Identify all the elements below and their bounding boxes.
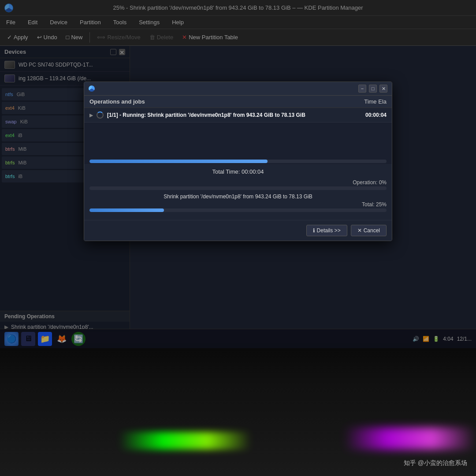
info-icon: ℹ	[313, 227, 315, 234]
dialog-controls: − □ ✕	[358, 85, 387, 93]
green-glow	[119, 432, 251, 450]
ops-time-elapsed: 00:00:04	[365, 112, 387, 118]
running-op-row: ▶ [1/1] - Running: Shrink partition '/de…	[84, 108, 392, 123]
total-progress-container: Total: 25%	[89, 201, 387, 212]
dialog-close-button[interactable]: ✕	[379, 85, 387, 93]
dialog-overlay: − □ ✕ Operations and jobs Time Ela ▶ [1/…	[0, 0, 476, 348]
dialog-titlebar: − □ ✕	[84, 82, 392, 96]
dialog-minimize-button[interactable]: −	[358, 85, 366, 93]
cancel-button[interactable]: ✕ Cancel	[351, 225, 387, 236]
total-progress-track	[89, 208, 387, 212]
expand-icon: ▶	[89, 112, 93, 118]
total-progress-label: Total: 25%	[89, 201, 387, 208]
total-time-label: Total Time: 00:00:04	[89, 168, 387, 175]
ops-header: Operations and jobs Time Ela	[84, 96, 392, 108]
progress-section: Total Time: 00:00:04 Operation: 0% Shrin…	[84, 164, 392, 220]
operation-progress-container: Operation: 0%	[89, 179, 387, 190]
ops-spinner	[97, 112, 104, 119]
overall-progress-track	[89, 160, 387, 163]
dialog-kde-icon	[89, 86, 95, 92]
ops-empty-area	[84, 123, 392, 158]
purple-glow	[344, 428, 476, 450]
ops-row-left: ▶ [1/1] - Running: Shrink partition '/de…	[89, 112, 305, 119]
watermark: 知乎 @小蛮的治愈系场	[404, 459, 467, 467]
overall-progress-fill	[89, 160, 268, 163]
operation-progress-label: Operation: 0%	[89, 179, 387, 186]
cancel-icon: ✕	[357, 227, 362, 234]
total-progress-fill	[89, 208, 164, 212]
screen-area: 25% - Shrink partition '/dev/nvme0n1p8' …	[0, 0, 476, 348]
details-button[interactable]: ℹ Details >>	[306, 225, 347, 236]
dialog-buttons: ℹ Details >> ✕ Cancel	[84, 220, 392, 241]
running-op-text: [1/1] - Running: Shrink partition '/dev/…	[107, 112, 305, 118]
operation-label: Shrink partition '/dev/nvme0n1p8' from 9…	[89, 193, 387, 200]
operation-progress-track	[89, 186, 387, 190]
bottom-glow-area	[0, 348, 476, 476]
dialog-maximize-button[interactable]: □	[369, 85, 377, 93]
ops-header-label: Operations and jobs	[89, 98, 145, 105]
progress-dialog: − □ ✕ Operations and jobs Time Ela ▶ [1/…	[84, 82, 392, 241]
ops-time-header: Time Ela	[364, 98, 387, 105]
